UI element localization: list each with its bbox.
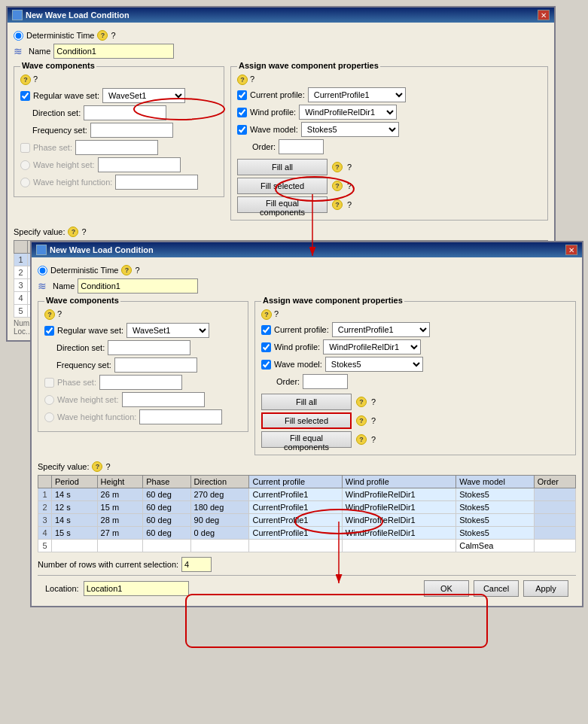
- w2-cell-period-1[interactable]: 14 s: [52, 488, 98, 501]
- w2-cell-direction-1[interactable]: 270 deg: [190, 488, 249, 501]
- w2-cell-height-4[interactable]: 27 m: [97, 527, 143, 540]
- w2-table-row-4[interactable]: 4 15 s 27 m 60 deg 0 deg CurrentProfile1…: [38, 527, 576, 540]
- ok-button[interactable]: OK: [424, 580, 469, 597]
- apply-button[interactable]: Apply: [523, 580, 568, 597]
- w2-cell-current-profile-3[interactable]: CurrentProfile1: [249, 514, 342, 527]
- info-fill-equal[interactable]: ?: [332, 199, 343, 210]
- info-icon-ap[interactable]: ?: [237, 75, 248, 85]
- w2-cell-wave-model-5[interactable]: CalmSea: [456, 540, 535, 552]
- w2-frequency-set-input[interactable]: [114, 357, 197, 373]
- w2-fill-equal-button[interactable]: Fill equal components: [261, 431, 352, 448]
- w2-wave-height-function-radio[interactable]: [44, 412, 54, 422]
- w2-cell-wave-model-1[interactable]: Stokes5: [456, 488, 535, 501]
- w2-cell-order-3[interactable]: [534, 514, 575, 527]
- w2-cell-current-profile-5[interactable]: [249, 540, 342, 552]
- w2-current-profile-select[interactable]: CurrentProfile1: [332, 322, 430, 337]
- w2-wind-profile-select[interactable]: WindProfileRelDir1: [323, 339, 421, 354]
- deterministic-time-radio[interactable]: [14, 31, 23, 41]
- wave-model-checkbox[interactable]: [237, 125, 247, 135]
- w2-cell-current-profile-4[interactable]: CurrentProfile1: [249, 527, 342, 540]
- info-icon-wc[interactable]: ?: [20, 75, 31, 85]
- w2-name-input[interactable]: [78, 278, 198, 294]
- w2-cell-phase-5[interactable]: [143, 540, 190, 552]
- w2-info-icon-ap[interactable]: ?: [261, 309, 272, 320]
- w2-direction-set-input[interactable]: [108, 340, 190, 355]
- frequency-set-input[interactable]: [90, 123, 173, 138]
- fill-equal-button[interactable]: Fill equal components: [237, 196, 328, 213]
- regular-wave-set-checkbox[interactable]: [20, 91, 30, 101]
- w2-fill-all-button[interactable]: Fill all: [261, 394, 352, 410]
- regular-wave-set-select[interactable]: WaveSet1: [102, 88, 185, 103]
- w2-cell-period-3[interactable]: 14 s: [52, 514, 98, 527]
- w2-wind-profile-checkbox[interactable]: [261, 342, 271, 352]
- w2-cell-height-1[interactable]: 26 m: [97, 488, 143, 501]
- w2-cell-height-2[interactable]: 15 m: [97, 501, 143, 514]
- w2-cell-wind-profile-2[interactable]: WindProfileRelDir1: [342, 501, 455, 514]
- w2-cell-current-profile-2[interactable]: CurrentProfile1: [249, 501, 342, 514]
- w2-cell-phase-2[interactable]: 60 deg: [143, 501, 190, 514]
- w2-info-icon-wc[interactable]: ?: [44, 309, 55, 320]
- w2-deterministic-radio[interactable]: [38, 266, 47, 275]
- wind-profile-select[interactable]: WindProfileRelDir1: [299, 105, 397, 120]
- phase-set-checkbox[interactable]: [20, 143, 30, 153]
- wave-height-set-radio[interactable]: [20, 160, 30, 170]
- info-icon-1[interactable]: ?: [97, 30, 108, 41]
- current-profile-checkbox[interactable]: [237, 90, 247, 100]
- w2-wave-model-select[interactable]: Stokes5: [325, 357, 423, 372]
- w2-cell-height-5[interactable]: [97, 540, 143, 552]
- w2-cell-phase-4[interactable]: 60 deg: [143, 527, 190, 540]
- w2-cell-order-5[interactable]: [534, 540, 575, 552]
- w2-fill-selected-button[interactable]: Fill selected: [261, 412, 352, 429]
- w2-cell-direction-4[interactable]: 0 deg: [190, 527, 249, 540]
- w2-cell-wave-model-3[interactable]: Stokes5: [456, 514, 535, 527]
- w2-cell-period-5[interactable]: [52, 540, 98, 552]
- w2-cell-phase-3[interactable]: 60 deg: [143, 514, 190, 527]
- window2-close-button[interactable]: ✕: [565, 245, 577, 255]
- w2-table-row-2[interactable]: 2 12 s 15 m 60 deg 180 deg CurrentProfil…: [38, 501, 576, 514]
- w2-num-rows-input[interactable]: [181, 557, 212, 572]
- fill-selected-button[interactable]: Fill selected: [237, 178, 328, 194]
- info-fill-all[interactable]: ?: [332, 162, 343, 172]
- wave-model-select[interactable]: Stokes5: [301, 122, 399, 137]
- w2-table-row-5[interactable]: 5 CalmSea: [38, 540, 576, 552]
- w2-location-input[interactable]: [84, 581, 189, 596]
- w2-cell-direction-5[interactable]: [190, 540, 249, 552]
- w2-cell-wind-profile-4[interactable]: WindProfileRelDir1: [342, 527, 455, 540]
- wave-height-function-radio[interactable]: [20, 178, 30, 187]
- w2-order-input[interactable]: [303, 374, 348, 389]
- wind-profile-checkbox[interactable]: [237, 108, 247, 117]
- w2-cell-order-2[interactable]: [534, 501, 575, 514]
- w2-current-profile-checkbox[interactable]: [261, 325, 271, 335]
- w2-cell-direction-2[interactable]: 180 deg: [190, 501, 249, 514]
- w2-wave-height-set-radio[interactable]: [44, 395, 54, 405]
- direction-set-input[interactable]: [84, 105, 166, 120]
- w2-cell-order-4[interactable]: [534, 527, 575, 540]
- w2-phase-set-checkbox[interactable]: [44, 378, 54, 388]
- w2-cell-wave-model-4[interactable]: Stokes5: [456, 527, 535, 540]
- w2-cell-height-3[interactable]: 28 m: [97, 514, 143, 527]
- fill-all-button[interactable]: Fill all: [237, 159, 328, 175]
- w2-cell-period-2[interactable]: 12 s: [52, 501, 98, 514]
- w2-table-row-1[interactable]: 1 14 s 26 m 60 deg 270 deg CurrentProfil…: [38, 488, 576, 501]
- w2-cell-current-profile-1[interactable]: CurrentProfile1: [249, 488, 342, 501]
- w2-cell-period-4[interactable]: 15 s: [52, 527, 98, 540]
- w2-cell-wind-profile-1[interactable]: WindProfileRelDir1: [342, 488, 455, 501]
- w2-cell-order-1[interactable]: [534, 488, 575, 501]
- w2-info-fill-all[interactable]: ?: [356, 397, 367, 407]
- current-profile-select[interactable]: CurrentProfile1: [308, 87, 406, 102]
- w2-info-icon-1[interactable]: ?: [121, 265, 132, 275]
- w2-info-specify[interactable]: ?: [92, 461, 102, 472]
- w2-info-fill-selected[interactable]: ?: [356, 415, 367, 426]
- w2-cell-wave-model-2[interactable]: Stokes5: [456, 501, 535, 514]
- w2-cell-phase-1[interactable]: 60 deg: [143, 488, 190, 501]
- info-specify[interactable]: ?: [68, 227, 78, 237]
- w2-info-fill-equal[interactable]: ?: [356, 434, 367, 445]
- w2-regular-wave-select[interactable]: WaveSet1: [126, 323, 209, 338]
- w2-wave-model-checkbox[interactable]: [261, 360, 271, 370]
- info-fill-selected[interactable]: ?: [332, 181, 343, 191]
- window1-close-button[interactable]: ✕: [538, 10, 550, 20]
- order-input[interactable]: [279, 139, 324, 154]
- w2-table-row-3[interactable]: 3 14 s 28 m 60 deg 90 deg CurrentProfile…: [38, 514, 576, 527]
- name-input[interactable]: [53, 44, 174, 59]
- cancel-button[interactable]: Cancel: [474, 580, 519, 597]
